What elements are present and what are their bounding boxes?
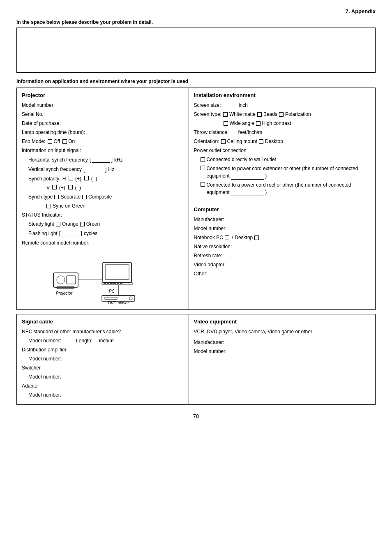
desktop-cb[interactable]	[259, 139, 263, 144]
video-equipment-section: Video equipment VCR, DVD player, Video c…	[189, 314, 376, 405]
steady-green-cb[interactable]	[80, 222, 85, 226]
connection-diagram: Projector PC DVD player	[49, 254, 156, 304]
refresh-rate-row: Refresh rate:	[194, 252, 370, 259]
synch-type-row: Synch type Separate Composite	[28, 193, 184, 201]
video-equipment-title: Video equipment	[194, 319, 370, 325]
svg-point-18	[129, 297, 132, 300]
eco-off-checkbox[interactable]	[48, 139, 52, 144]
svg-rect-13	[120, 283, 122, 284]
video-adapter-row: Video adapter:	[194, 261, 370, 268]
synch-sep-cb[interactable]	[54, 195, 59, 199]
svg-text:DVD player: DVD player	[108, 301, 129, 304]
throw-dist-row: Throw distance: feet/inch/m	[194, 129, 370, 136]
synch-pol-row: Synch polarity H (+) (–)	[28, 175, 184, 182]
screen-wide-cb[interactable]	[224, 121, 228, 126]
vert-value-box[interactable]	[86, 166, 104, 172]
nec-label-row: NEC standard or other manufacturer's cab…	[22, 328, 184, 335]
main-two-col: Projector Model number: Serial No.: Date…	[16, 88, 376, 310]
adapter-row: Adapter	[22, 382, 184, 390]
remote-control-row: Remote control model number:	[22, 239, 184, 247]
diagram-area: Projector PC DVD player	[22, 250, 184, 305]
svg-rect-0	[53, 273, 78, 287]
power-extender-cb[interactable]	[201, 166, 205, 170]
svg-point-1	[57, 276, 65, 284]
video-desc-row: VCR, DVD player, Video camera, Video gam…	[194, 328, 370, 335]
svg-rect-9	[107, 283, 109, 284]
flashing-value-box[interactable]	[61, 231, 80, 236]
dist-model-row: Model number:	[28, 355, 184, 362]
screen-type-row: Screen type: White matte Beads Polarizat…	[194, 111, 370, 118]
synch-comp-cb[interactable]	[82, 195, 87, 199]
screen-white-cb[interactable]	[223, 112, 228, 117]
synch-h-minus-cb[interactable]	[84, 176, 89, 180]
date-purchase-row: Date of purchase:	[22, 120, 184, 127]
computer-section: Computer Manufacturer: Model number: Not…	[189, 202, 375, 283]
lamp-time-row: Lamp operating time (hours):	[22, 129, 184, 136]
synch-v-minus-cb[interactable]	[68, 185, 73, 189]
cable-model-row: Model number: Length: inch/m	[28, 337, 184, 344]
synch-pol-v-row: V (+) (–)	[46, 184, 184, 192]
bottom-two-col: Signal cable NEC standard or other manuf…	[16, 314, 376, 405]
signal-cable-title: Signal cable	[22, 319, 184, 325]
info-label: Information on application and environme…	[16, 78, 376, 84]
synch-v-plus-cb[interactable]	[52, 185, 57, 189]
flashing-light-row: Flashing light [ ] cycles	[28, 229, 184, 238]
problem-label: In the space below please describe your …	[16, 19, 376, 25]
svg-text:Projector: Projector	[56, 291, 73, 295]
svg-rect-2	[67, 276, 76, 284]
other-row: Other:	[194, 270, 370, 277]
switcher-model-row: Model number:	[28, 373, 184, 381]
horiz-value-box[interactable]	[92, 157, 110, 163]
eco-on-checkbox[interactable]	[62, 139, 67, 144]
svg-text:PC: PC	[109, 289, 115, 293]
right-sections: Installation environment Screen size: in…	[189, 88, 376, 310]
horiz-freq-row: Horizontal synch frequency [ ] kHz	[28, 156, 184, 164]
page-number: 78	[16, 413, 376, 419]
svg-rect-16	[102, 295, 135, 301]
comp-manufacturer-row: Manufacturer:	[194, 216, 370, 223]
projector-title: Projector	[22, 92, 184, 98]
svg-rect-6	[105, 265, 129, 279]
notebook-cb[interactable]	[225, 235, 229, 240]
native-res-row: Native resolution:	[194, 243, 370, 250]
computer-title: Computer	[194, 206, 370, 212]
synch-h-plus-cb[interactable]	[69, 176, 73, 180]
steady-light-row: Steady light Orange Green	[28, 220, 184, 228]
vert-freq-row: Vertical synch frequency [ ] Hz	[28, 166, 184, 174]
adapter-model-row: Model number:	[28, 391, 184, 399]
page-header: 7. Appendix	[16, 8, 376, 14]
video-manufacturer-row: Manufacturer:	[194, 339, 370, 346]
power-wall-cb[interactable]	[201, 157, 205, 162]
signal-cable-section: Signal cable NEC standard or other manuf…	[16, 314, 189, 405]
screen-beads-cb[interactable]	[257, 112, 262, 117]
comp-model-row: Model number:	[194, 225, 370, 232]
synch-green-cb[interactable]	[46, 204, 51, 208]
svg-rect-11	[113, 283, 116, 284]
synch-green-row: Sync on Green	[46, 202, 184, 210]
comp-notebook-row: Notebook PC / Desktop	[194, 234, 370, 241]
power-reel-row: Connected to a power cord reel or other …	[201, 181, 370, 196]
svg-rect-12	[117, 283, 119, 284]
screen-polar-cb[interactable]	[279, 112, 284, 117]
power-reel-cb[interactable]	[201, 182, 205, 187]
svg-rect-8	[104, 283, 106, 284]
projector-section: Projector Model number: Serial No.: Date…	[16, 88, 189, 310]
status-label-row: STATUS Indicator:	[22, 211, 184, 219]
dist-amp-row: Distribution amplifier	[22, 346, 184, 353]
switcher-row: Switcher	[22, 364, 184, 372]
ceiling-cb[interactable]	[221, 139, 226, 144]
power-extender-row: Connected to power cord extender or othe…	[201, 165, 370, 180]
screen-high-cb[interactable]	[256, 121, 261, 126]
chapter-title: 7. Appendix	[346, 8, 376, 14]
video-model-row: Model number:	[194, 348, 370, 355]
problem-text-area[interactable]	[16, 28, 376, 73]
screen-size-row: Screen size: inch	[194, 102, 370, 109]
power-outlet-row: Power outlet connection:	[194, 147, 370, 154]
steady-orange-cb[interactable]	[56, 222, 60, 226]
desktop-pc-cb[interactable]	[254, 235, 259, 240]
power-wall-row: Connected directly to wall outlet	[201, 156, 370, 163]
input-signal-row: Information on input signal:	[22, 147, 184, 154]
installation-section: Installation environment Screen size: in…	[189, 88, 375, 202]
model-number-row: Model number:	[22, 102, 184, 109]
serial-number-row: Serial No.:	[22, 111, 184, 118]
